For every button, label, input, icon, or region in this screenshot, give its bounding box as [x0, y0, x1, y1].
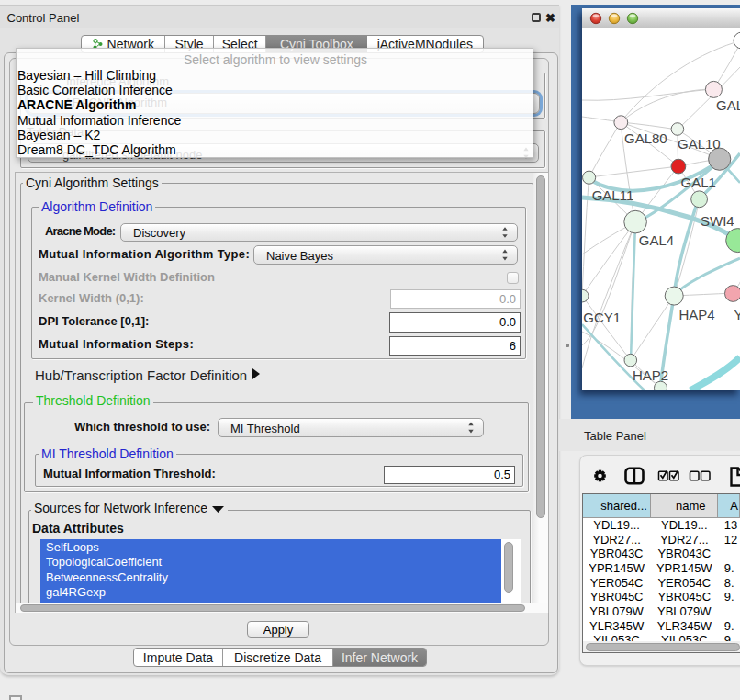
- svg-text:Y: Y: [734, 307, 740, 322]
- svg-text:GAL80: GAL80: [624, 130, 667, 146]
- svg-text:GAL: GAL: [716, 97, 740, 113]
- svg-text:GAL11: GAL11: [592, 187, 634, 203]
- svg-text:GAL10: GAL10: [678, 136, 721, 152]
- svg-text:SWI4: SWI4: [701, 213, 734, 229]
- svg-text:HAP2: HAP2: [633, 367, 668, 383]
- svg-text:GCY1: GCY1: [583, 310, 621, 325]
- svg-text:GAL1: GAL1: [681, 175, 716, 190]
- svg-text:HAP4: HAP4: [679, 307, 715, 322]
- svg-text:GAL4: GAL4: [639, 232, 674, 248]
